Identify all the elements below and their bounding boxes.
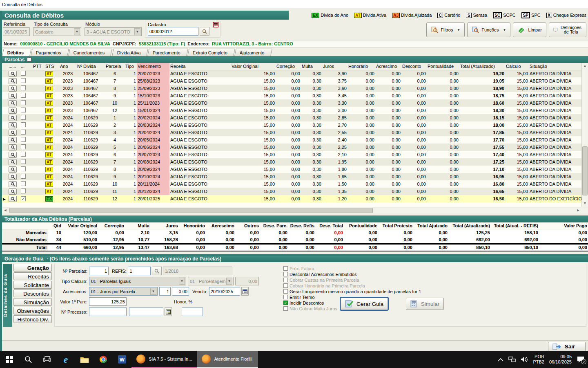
guia-menu-button[interactable]: Geração	[13, 264, 52, 272]
table-row[interactable]: AT 2024 110629 1 1 20/02/2024 AGUA E ESG…	[2, 114, 584, 121]
scroll-up-icon[interactable]: ▲	[582, 63, 588, 70]
taskbar-task[interactable]: Atendimento Fiorilli	[197, 351, 258, 368]
start-button[interactable]	[0, 351, 19, 368]
row-detail-button[interactable]	[9, 93, 17, 99]
tray-chevron-icon[interactable]	[498, 358, 503, 361]
tab[interactable]: Pagamentos	[31, 49, 69, 56]
taskbar-task[interactable]: SIA 7.5 - Sistema In...	[131, 351, 197, 368]
vertical-scrollbar[interactable]: ▲ ▼	[581, 63, 588, 207]
funcoes-button[interactable]: Funções▼	[467, 22, 510, 37]
speaker-icon[interactable]	[521, 357, 528, 362]
scroll-down-icon[interactable]: ▼	[582, 200, 588, 207]
language-indicator[interactable]: PORPTB2	[533, 354, 544, 365]
tipo-consulta-select[interactable]: Cadastro▼	[33, 27, 81, 36]
acrescimos-select[interactable]: 01 - Juros por Parcela▼	[89, 287, 158, 296]
option-checkbox[interactable]	[283, 278, 288, 282]
option-checkbox[interactable]	[283, 295, 288, 299]
guia-menu-button[interactable]: Descontos	[13, 289, 52, 297]
row-checkbox[interactable]	[21, 93, 26, 98]
row-detail-button[interactable]	[9, 122, 17, 128]
acrescimos-valor-input[interactable]: 0,00	[172, 287, 189, 296]
file-explorer-button[interactable]	[75, 351, 94, 368]
row-detail-button[interactable]	[9, 78, 17, 84]
row-detail-button[interactable]	[9, 108, 17, 114]
cadastro-search-button[interactable]	[200, 27, 209, 36]
row-detail-button[interactable]	[9, 188, 17, 195]
row-checkbox[interactable]	[21, 181, 26, 186]
table-row[interactable]: AT 2023 106467 6 1 20/07/2023 AGUA E ESG…	[2, 70, 584, 77]
limpar-button[interactable]: Limpar	[513, 22, 546, 37]
table-row[interactable]: AT 2024 110629 11 1 20/12/2024 AGUA E ES…	[2, 188, 584, 195]
chrome-button[interactable]	[94, 351, 113, 368]
row-checkbox[interactable]	[21, 122, 26, 127]
table-row[interactable]: AT 2023 106467 10 1 25/11/2023 AGUA E ES…	[2, 99, 584, 107]
table-row[interactable]: AT 2023 106467 9 1 15/10/2023 AGUA E ESG…	[2, 92, 584, 99]
table-row[interactable]: EX 2024 110629 12 1 20/01/2025 AGUA E ES…	[2, 195, 584, 202]
row-checkbox[interactable]	[21, 108, 26, 112]
tab[interactable]: Cancelamentos	[68, 49, 112, 56]
tab[interactable]: Parcelamento	[147, 49, 188, 56]
row-checkbox[interactable]	[21, 174, 26, 179]
tipo-calculo-select[interactable]: 01 - Parcelas Iguais▼	[89, 277, 186, 285]
processo-input[interactable]	[89, 307, 127, 316]
table-row[interactable]: AT 2024 110629 9 1 20/10/2024 AGUA E ESG…	[2, 173, 584, 180]
simular-button[interactable]: Simular	[406, 298, 444, 310]
n-parcelas-input[interactable]: 1	[89, 267, 109, 275]
calculator-button[interactable]	[165, 307, 172, 316]
table-row[interactable]: AT 2024 110629 6 1 20/07/2024 AGUA E ESG…	[2, 151, 584, 158]
modulo-select[interactable]: 3 - ÁGUA E ESGOTO▼	[85, 27, 142, 36]
row-detail-button[interactable]	[9, 196, 17, 202]
gerar-guia-button[interactable]: Gerar Guia	[341, 298, 388, 310]
option-checkbox[interactable]	[283, 301, 288, 305]
row-checkbox[interactable]	[21, 78, 26, 83]
table-row[interactable]: AT 2024 110629 7 1 20/08/2024 AGUA E ESG…	[2, 158, 584, 166]
definicoes-tela-button[interactable]: Definições de Tela	[549, 22, 586, 37]
row-checkbox[interactable]	[21, 130, 26, 135]
clock[interactable]: 09:0506/10/2025	[549, 354, 572, 365]
option-checkbox[interactable]	[283, 266, 288, 271]
scroll-right-icon[interactable]: ►	[575, 207, 581, 213]
guia-option[interactable]: Descontar Acréscimos Embutidos	[283, 272, 421, 277]
scrollbar-thumb[interactable]	[582, 146, 588, 195]
row-checkbox[interactable]	[21, 85, 26, 90]
row-checkbox[interactable]	[21, 152, 26, 157]
row-detail-button[interactable]	[9, 115, 17, 121]
guia-menu-button[interactable]: Receitas	[13, 272, 52, 280]
table-row[interactable]: AT 2024 110629 8 1 20/09/2024 AGUA E ESG…	[2, 166, 584, 173]
option-checkbox[interactable]	[283, 306, 288, 311]
table-row[interactable]: AT 2024 110629 4 1 20/05/2024 AGUA E ESG…	[2, 136, 584, 144]
tab[interactable]: Débitos	[2, 49, 31, 56]
network-icon[interactable]	[508, 357, 516, 362]
scrollbar-thumb[interactable]	[9, 208, 373, 213]
table-row[interactable]: AT 2024 110629 10 1 20/11/2024 AGUA E ES…	[2, 180, 584, 188]
option-checkbox[interactable]	[283, 272, 288, 276]
row-checkbox[interactable]	[21, 100, 26, 105]
task-view-button[interactable]	[38, 351, 56, 368]
row-detail-button[interactable]	[9, 152, 17, 158]
refis-search-button[interactable]	[152, 267, 162, 275]
table-row[interactable]: AT 2023 106467 8 1 25/09/2023 AGUA E ESG…	[2, 85, 584, 92]
scroll-left-icon[interactable]: ◄	[2, 207, 9, 213]
sair-button[interactable]: Sair	[548, 342, 586, 352]
tab[interactable]: Extrato Completo	[187, 49, 235, 56]
row-checkbox[interactable]	[21, 159, 26, 164]
table-row[interactable]: AT 2023 106467 12 1 15/01/2024 AGUA E ES…	[2, 107, 584, 114]
detalhes-guia-vertical-tab[interactable]: Detalhes da Guia	[3, 264, 12, 327]
acrescimos-qtd-input[interactable]: 1	[159, 287, 171, 296]
refis-input[interactable]: 1	[128, 267, 151, 275]
word-button[interactable]: W	[113, 351, 131, 368]
row-detail-button[interactable]	[9, 85, 17, 92]
guia-option[interactable]: Cobrar Honorário na Primeira Parcela	[283, 283, 421, 288]
row-detail-button[interactable]	[9, 100, 17, 106]
internet-explorer-button[interactable]: e	[56, 351, 75, 368]
honor-input[interactable]	[182, 307, 203, 316]
row-checkbox[interactable]	[21, 137, 26, 142]
horizontal-scrollbar[interactable]: ◄ ►	[2, 207, 588, 213]
table-row[interactable]: AT 2024 110629 2 1 20/03/2024 AGUA E ESG…	[2, 121, 584, 129]
porcentagem-valor-input[interactable]: 0,00	[235, 277, 259, 285]
guia-menu-button[interactable]: Histórico Div.	[13, 315, 52, 323]
row-detail-button[interactable]	[9, 137, 17, 143]
guia-menu-button[interactable]: Solicitante	[13, 281, 52, 289]
row-detail-button[interactable]	[9, 144, 17, 150]
referencia-input[interactable]: 06/10/2025	[3, 27, 30, 36]
